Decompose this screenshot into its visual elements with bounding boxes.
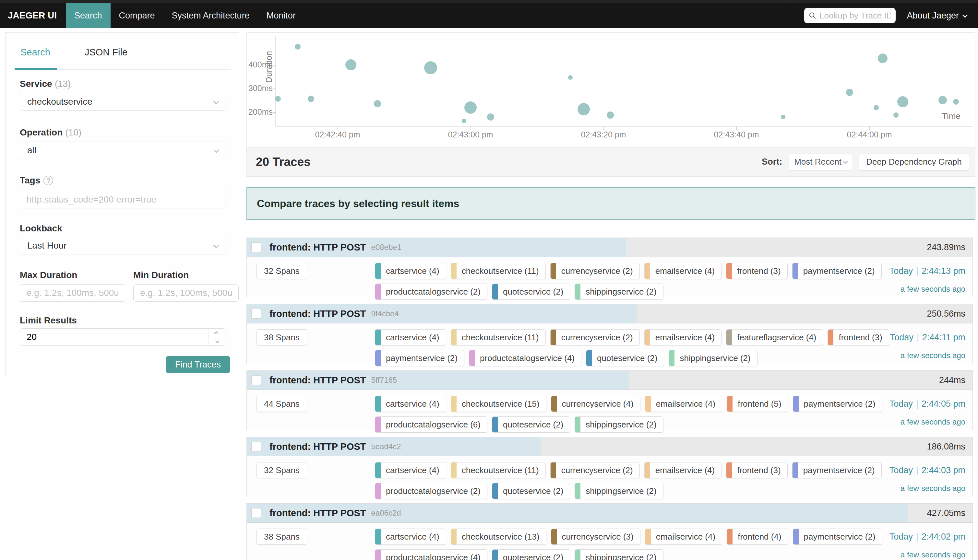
trace-timestamp: Today|2:44:03 pm a few seconds ago: [890, 462, 965, 496]
nav-items: SearchCompareSystem ArchitectureMonitor: [66, 3, 304, 28]
trace-result-card: frontend: HTTP POST 5ff7165 244ms 44 Spa…: [247, 370, 973, 430]
chevron-down-icon: [214, 147, 219, 153]
service-color-strip: [451, 529, 457, 545]
limit-results-field: [20, 328, 225, 346]
scatter-point[interactable]: [781, 115, 785, 119]
trace-select-checkbox[interactable]: [251, 309, 261, 318]
trace-relative-time: a few seconds ago: [890, 415, 965, 429]
chevron-down-icon: [963, 13, 968, 18]
max-duration-input[interactable]: [20, 284, 125, 302]
service-tag-label: checkoutservice (15): [457, 399, 546, 409]
scatter-point[interactable]: [275, 96, 281, 102]
scatter-point[interactable]: [568, 75, 572, 80]
scatter-point[interactable]: [607, 112, 614, 118]
service-color-strip: [375, 417, 381, 432]
service-tag-label: emailservice (4): [651, 399, 722, 409]
service-tag: emailservice (4): [644, 462, 722, 478]
service-tag: quoteservice (2): [492, 283, 570, 300]
y-tick-label: 200ms: [247, 107, 273, 117]
service-tag: paymentservice (2): [793, 528, 882, 545]
trace-select-checkbox[interactable]: [251, 242, 261, 252]
about-jaeger-menu[interactable]: About Jaeger: [907, 11, 966, 21]
operation-select[interactable]: all: [20, 142, 225, 159]
nav-item-compare[interactable]: Compare: [110, 3, 164, 28]
trace-select-checkbox[interactable]: [251, 442, 261, 452]
nav-item-search[interactable]: Search: [66, 3, 110, 28]
scatter-point[interactable]: [345, 59, 356, 70]
trace-select-checkbox[interactable]: [251, 508, 261, 518]
scatter-point[interactable]: [938, 96, 947, 104]
trace-relative-time: a few seconds ago: [890, 547, 965, 560]
results-header-band: 20 Traces Sort: Most Recent Deep Depende…: [247, 147, 975, 177]
service-count: (13): [55, 79, 71, 89]
service-tag-label: frontend (4): [733, 532, 788, 542]
tab-active-indicator: [15, 68, 57, 70]
scatter-point[interactable]: [577, 103, 590, 115]
service-tag: cartservice (4): [375, 396, 446, 412]
scatter-point[interactable]: [878, 53, 888, 63]
service-tag: productcatalogservice (2): [375, 283, 487, 300]
scatter-point[interactable]: [874, 105, 879, 110]
tab-json-file[interactable]: JSON File: [79, 44, 133, 66]
scatter-point[interactable]: [374, 100, 381, 107]
trace-card-header[interactable]: frontend: HTTP POST 9f4cbe4 250.56ms: [247, 304, 973, 323]
trace-card-header[interactable]: frontend: HTTP POST 5ff7165 244ms: [247, 371, 973, 390]
service-color-strip: [451, 462, 457, 478]
find-traces-button[interactable]: Find Traces: [166, 356, 230, 373]
service-tag: shippingservice (2): [575, 483, 663, 499]
timestamp-divider: |: [916, 399, 918, 409]
scatter-point[interactable]: [308, 96, 314, 102]
tags-help-icon[interactable]: ?: [43, 176, 53, 185]
results-controls: Sort: Most Recent Deep Dependency Graph: [762, 153, 969, 170]
scatter-point[interactable]: [462, 118, 466, 123]
span-count-chip: 44 Spans: [257, 396, 307, 412]
brand-jaeger-ui[interactable]: JAEGER UI: [0, 3, 66, 28]
scatter-point[interactable]: [846, 89, 853, 96]
top-navbar: JAEGER UI SearchCompareSystem Architectu…: [0, 3, 978, 28]
scatter-point[interactable]: [464, 102, 477, 114]
trace-lookup-input[interactable]: [819, 11, 891, 21]
deep-dependency-graph-button[interactable]: Deep Dependency Graph: [859, 153, 969, 170]
scatter-point[interactable]: [893, 112, 899, 118]
trace-select-checkbox[interactable]: [251, 375, 261, 385]
service-tag: paymentservice (2): [793, 396, 882, 412]
scatter-point[interactable]: [424, 61, 437, 74]
scatter-point[interactable]: [487, 113, 494, 120]
nav-item-system-architecture[interactable]: System Architecture: [164, 3, 258, 28]
limit-results-input[interactable]: [20, 328, 208, 345]
tags-input[interactable]: [20, 191, 225, 208]
trace-card-body: 38 Spans cartservice (4) checkoutservice…: [247, 324, 973, 363]
trace-date: Today: [890, 465, 913, 475]
trace-card-header[interactable]: frontend: HTTP POST ea06c2d 427.05ms: [247, 503, 973, 523]
nav-item-monitor[interactable]: Monitor: [258, 3, 304, 28]
service-color-strip: [375, 483, 381, 499]
x-tick-label: 02:43:40 pm: [701, 130, 772, 139]
sort-select[interactable]: Most Recent: [789, 153, 852, 170]
tab-search[interactable]: Search: [15, 44, 56, 66]
service-tag: productcatalogservice (4): [469, 350, 581, 366]
min-duration-input[interactable]: [133, 284, 239, 302]
service-tag-label: shippingservice (2): [581, 553, 663, 560]
service-color-strip: [645, 263, 650, 279]
service-tag-label: productcatalogservice (4): [475, 353, 581, 363]
service-color-strip: [451, 330, 457, 345]
stepper-down-button[interactable]: [209, 337, 225, 345]
scatter-point[interactable]: [897, 96, 908, 107]
service-color-strip: [726, 330, 732, 345]
lookback-select[interactable]: Last Hour: [20, 237, 225, 254]
service-tag-label: currencyservice (2): [556, 465, 639, 475]
scatter-point[interactable]: [295, 44, 300, 50]
stepper-up-button[interactable]: [209, 328, 225, 337]
service-tag-list: cartservice (4) checkoutservice (11) cur…: [375, 462, 890, 499]
sort-select-value: Most Recent: [794, 157, 841, 167]
timestamp-divider: |: [916, 266, 918, 276]
trace-result-card: frontend: HTTP POST e08ebe1 243.89ms 32 …: [247, 238, 973, 297]
trace-card-header[interactable]: frontend: HTTP POST e08ebe1 243.89ms: [247, 238, 973, 257]
service-select[interactable]: checkoutservice: [20, 93, 225, 110]
scatter-point[interactable]: [953, 99, 959, 105]
trace-card-header[interactable]: frontend: HTTP POST 5ead4c2 186.08ms: [247, 437, 973, 456]
service-color-strip: [645, 330, 650, 345]
service-tag: cartservice (4): [375, 528, 446, 545]
service-color-strip: [726, 263, 732, 279]
service-color-strip: [451, 396, 457, 412]
